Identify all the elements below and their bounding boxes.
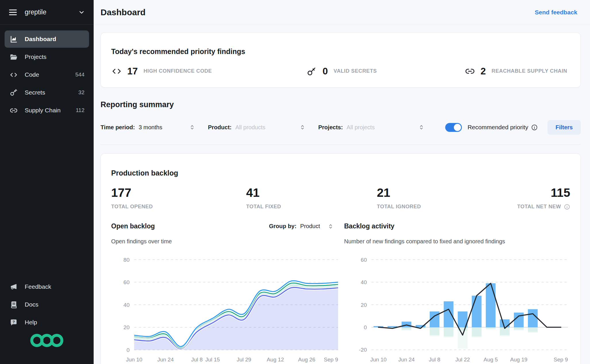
stat-label: VALID SECRETS	[333, 68, 377, 74]
sidebar-item-supply-chain[interactable]: Supply Chain 112	[5, 102, 89, 119]
chevron-up-down-icon	[418, 124, 425, 130]
stat-value: 17	[127, 66, 138, 77]
sidebar-item-docs[interactable]: Docs	[5, 296, 89, 313]
svg-text:Aug 26: Aug 26	[298, 357, 315, 363]
product-value: All products	[235, 124, 265, 131]
svg-text:Aug 5: Aug 5	[483, 357, 498, 363]
backlog-activity-chart[interactable]: -200204060Jun 10Jun 24Jul 8Jul 22Aug 5Au…	[344, 249, 571, 364]
code-icon	[9, 70, 18, 79]
stat-label: HIGH CONFIDENCE CODE	[144, 68, 212, 74]
chevron-down-icon[interactable]	[78, 9, 85, 16]
brand-name: greptile	[25, 8, 78, 16]
backlog-activity-title: Backlog activity	[344, 222, 394, 230]
code-icon	[111, 66, 123, 77]
sidebar-item-help[interactable]: ? Help	[5, 314, 89, 331]
sidebar-item-secrets[interactable]: Secrets 32	[5, 84, 89, 101]
info-icon[interactable]	[531, 124, 538, 131]
chevron-up-down-icon	[299, 124, 306, 130]
stat-total-net-new: 115 TOTAL NET NEW	[517, 186, 570, 210]
hamburger-menu-icon[interactable]	[9, 9, 17, 16]
content: Today's recommended priority findings 17…	[94, 32, 590, 364]
help-icon: ?	[9, 318, 18, 327]
page-title: Dashboard	[101, 7, 146, 17]
sidebar-item-label: Projects	[25, 53, 47, 60]
backlog-activity-header: Backlog activity	[344, 222, 571, 231]
backlog-stats-row: 177 TOTAL OPENED 41 TOTAL FIXED 21 TOTAL…	[111, 186, 570, 210]
sidebar-item-count: 32	[78, 89, 84, 96]
backlog-activity-chart-block: Backlog activity Number of new findings …	[344, 222, 571, 364]
priority-stats-row: 17 HIGH CONFIDENCE CODE 0 VALID SECRETS …	[111, 66, 570, 77]
stat-total-opened: 177 TOTAL OPENED	[111, 186, 246, 210]
stat-value: 177	[111, 186, 246, 200]
projects-icon	[9, 53, 18, 61]
sidebar-item-label: Secrets	[25, 89, 45, 96]
svg-text:Jul 22: Jul 22	[455, 357, 470, 363]
stat-value: 41	[246, 186, 377, 200]
stat-value: 0	[323, 66, 328, 77]
svg-text:Aug 12: Aug 12	[267, 357, 284, 363]
toggle-knob	[454, 124, 461, 131]
book-icon	[9, 300, 18, 309]
main-area: Dashboard Send feedback Today's recommen…	[94, 0, 590, 364]
time-period-select[interactable]: Time period: 3 months	[101, 124, 195, 131]
stat-high-confidence-code[interactable]: 17 HIGH CONFIDENCE CODE	[111, 66, 306, 77]
stat-label: TOTAL FIXED	[246, 204, 377, 210]
reporting-summary-heading: Reporting summary	[101, 100, 581, 109]
backlog-activity-subtitle: Number of new findings compared to fixed…	[344, 238, 571, 245]
section-divider	[101, 145, 581, 145]
time-period-value: 3 months	[139, 124, 162, 131]
open-backlog-title: Open backlog	[111, 222, 155, 230]
stat-value: 115	[517, 186, 570, 200]
chevron-up-down-icon	[327, 223, 334, 230]
svg-text:?: ?	[12, 320, 15, 324]
svg-text:0: 0	[126, 347, 130, 353]
svg-text:Jun 10: Jun 10	[370, 357, 387, 363]
sidebar-item-label: Help	[25, 319, 37, 326]
product-select[interactable]: Product: All products	[208, 124, 306, 131]
product-label: Product:	[208, 124, 232, 131]
sidebar-item-label: Code	[25, 71, 39, 78]
sidebar-item-code[interactable]: Code 544	[5, 66, 89, 83]
svg-text:60: 60	[124, 279, 130, 285]
svg-text:Sep 9: Sep 9	[324, 357, 338, 363]
sidebar-item-feedback[interactable]: Feedback	[5, 278, 89, 295]
svg-text:80: 80	[124, 257, 130, 263]
sidebar-item-dashboard[interactable]: Dashboard	[5, 30, 89, 48]
time-period-label: Time period:	[101, 124, 135, 131]
svg-text:60: 60	[361, 257, 367, 263]
projects-select[interactable]: Projects: All projects	[318, 124, 425, 131]
stat-total-fixed: 41 TOTAL FIXED	[246, 186, 377, 210]
stat-label: TOTAL IGNORED	[377, 204, 517, 210]
svg-text:40: 40	[124, 302, 130, 308]
greptile-logo	[0, 333, 94, 348]
sidebar-nav: Dashboard Projects Code 544 Secrets 32	[0, 25, 94, 119]
priority-card-title: Today's recommended priority findings	[111, 47, 570, 56]
info-icon[interactable]	[564, 204, 570, 210]
sidebar-item-projects[interactable]: Projects	[5, 48, 89, 66]
sidebar-item-count: 112	[76, 107, 84, 113]
stat-valid-secrets[interactable]: 0 VALID SECRETS	[306, 66, 464, 77]
sidebar-item-label: Supply Chain	[25, 107, 61, 114]
priority-findings-card: Today's recommended priority findings 17…	[101, 32, 581, 88]
svg-text:Jul 15: Jul 15	[205, 357, 220, 363]
group-by-select[interactable]: Group by: Product	[269, 223, 344, 230]
svg-text:Jun 24: Jun 24	[398, 357, 415, 363]
backlog-card-title: Production backlog	[111, 169, 570, 177]
svg-text:20: 20	[124, 324, 130, 330]
filters-button[interactable]: Filters	[547, 120, 581, 135]
recommended-priority-toggle[interactable]	[445, 123, 462, 132]
stat-reachable-supply-chain[interactable]: 2 REACHABLE SUPPLY CHAIN	[464, 66, 567, 77]
sidebar-header: greptile	[0, 0, 94, 25]
svg-text:Jul 29: Jul 29	[237, 357, 251, 363]
svg-text:Jul 8: Jul 8	[429, 357, 440, 363]
key-icon	[306, 66, 318, 77]
link-icon	[464, 66, 476, 77]
send-feedback-link[interactable]: Send feedback	[535, 9, 577, 16]
megaphone-icon	[9, 282, 18, 291]
open-backlog-chart[interactable]: 020406080Jun 10Jun 24Jul 8Jul 15Jul 29Au…	[111, 249, 344, 364]
stat-label: TOTAL OPENED	[111, 204, 246, 210]
svg-text:40: 40	[361, 279, 367, 285]
stat-label: REACHABLE SUPPLY CHAIN	[491, 68, 567, 74]
stat-label: TOTAL NET NEW	[517, 204, 570, 210]
filters-row: Time period: 3 months Product: All produ…	[101, 120, 581, 135]
